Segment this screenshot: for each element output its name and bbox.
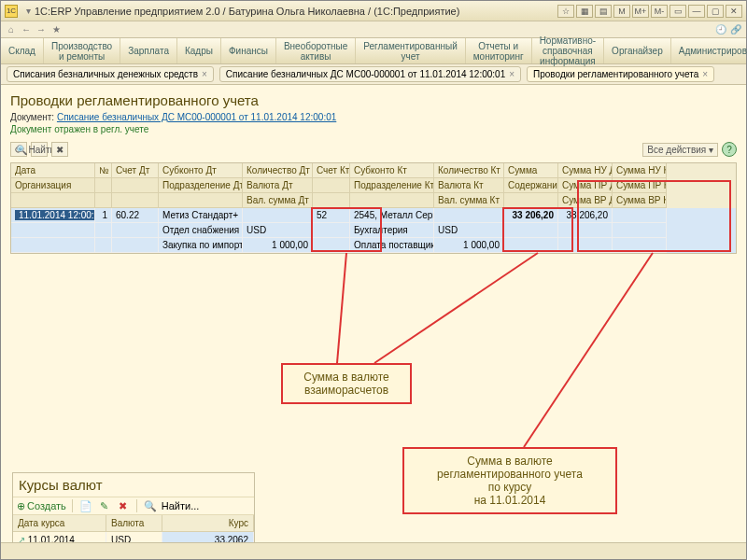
col-date[interactable]: Дата <box>11 163 95 178</box>
all-actions-menu[interactable]: Все действия ▾ <box>642 143 718 157</box>
link-icon[interactable]: 🔗 <box>729 23 742 36</box>
edit-icon[interactable]: ✎ <box>97 499 112 512</box>
rates-col-cur[interactable]: Валюта <box>106 515 162 532</box>
dropdown-icon[interactable]: ▾ <box>21 5 35 18</box>
find-button[interactable]: 🔍 Найти... <box>31 142 48 157</box>
callout-reg-sum: Сумма в валюте регламентированного учета… <box>402 447 617 514</box>
menu-kadry[interactable]: Кадры <box>177 38 221 63</box>
close-button[interactable]: ✕ <box>726 5 742 18</box>
titlebar: 1C ▾ 1С:ERP Управление предприятием 2.0 … <box>1 1 746 21</box>
rates-row[interactable]: ↗ 11.01.2014 USD 33,2062 <box>13 532 254 542</box>
history-icon[interactable]: 🕘 <box>714 23 727 36</box>
menu-proizvodstvo[interactable]: Производство и ремонты <box>44 38 120 63</box>
tab-spisaniya[interactable]: Списания безналичных денежных средств× <box>7 66 214 82</box>
document-link[interactable]: Списание безналичных ДС МС00-000001 от 1… <box>57 112 336 122</box>
menu-vneoborot[interactable]: Внеоборотные активы <box>276 38 356 63</box>
find-label[interactable]: Найти... <box>162 500 200 511</box>
forward-icon[interactable]: → <box>35 23 48 36</box>
secondary-toolbar: ⌂ ← → ★ 🕘 🔗 <box>1 21 746 38</box>
fav-icon[interactable]: ☆ <box>557 5 574 18</box>
col-dt-sub[interactable]: Субконто Дт <box>159 163 243 178</box>
m-button[interactable]: М <box>613 5 630 18</box>
menu-sklad[interactable]: Склад <box>1 38 44 63</box>
menu-admin[interactable]: Администрирование <box>671 38 747 63</box>
col-kt-sub[interactable]: Субконто Кт <box>350 163 434 178</box>
app-icon: 1C <box>5 5 18 18</box>
home-icon[interactable]: ⌂ <box>5 23 18 36</box>
content-area: Проводки регламентированного учета Докум… <box>1 85 746 542</box>
main-menu: Склад Производство и ремонты Зарплата Ка… <box>1 38 746 64</box>
calc-icon[interactable]: ▤ <box>595 5 612 18</box>
svg-line-0 <box>337 253 346 363</box>
mminus-button[interactable]: М- <box>651 5 668 18</box>
rates-col-rate[interactable]: Курс <box>162 515 254 532</box>
col-dt-qty[interactable]: Количество Дт <box>243 163 313 178</box>
currency-rates-panel: Курсы валют ⊕Создать 📄 ✎ ✖ 🔍 Найти... Да… <box>12 472 255 542</box>
rates-col-date[interactable]: Дата курса <box>13 515 106 532</box>
close-icon[interactable]: × <box>702 69 708 79</box>
col-sum-nu-dt[interactable]: Сумма НУ Дт <box>558 163 613 178</box>
window-title: 1С:ERP Управление предприятием 2.0 / Бат… <box>35 6 557 17</box>
col-sum[interactable]: Сумма <box>504 163 558 178</box>
col-kt-acc[interactable]: Счет Кт <box>313 163 350 178</box>
col-kt-qty[interactable]: Количество Кт <box>434 163 504 178</box>
delete-icon[interactable]: ✖ <box>116 499 131 512</box>
table-row[interactable]: 11.01.2014 12:00:02 1 60.22 Метиз Станда… <box>11 208 736 223</box>
menu-organizer[interactable]: Органайзер <box>604 38 671 63</box>
reflected-status: Документ отражен в регл. учете <box>10 124 737 134</box>
menu-reglament[interactable]: Регламентированный учет <box>356 38 465 63</box>
create-button[interactable]: ⊕Создать <box>17 500 66 512</box>
svg-line-2 <box>524 253 653 447</box>
callout-val-sum: Сумма в валюте взаиморасчетов <box>281 363 412 404</box>
col-num[interactable]: № <box>95 163 112 178</box>
tab-spisanie-doc[interactable]: Списание безналичных ДС МС00-000001 от 1… <box>219 66 521 82</box>
maximize-button[interactable]: ▢ <box>707 5 724 18</box>
rates-title: Курсы валют <box>13 473 254 497</box>
mplus-button[interactable]: М+ <box>632 5 649 18</box>
page-title: Проводки регламентированного учета <box>10 92 737 108</box>
close-icon[interactable]: × <box>202 69 207 79</box>
document-line: Документ: Списание безналичных ДС МС00-0… <box>10 112 737 122</box>
table-row[interactable]: Закупка по импорту 1 000,00 Оплата поста… <box>11 238 736 253</box>
entries-grid: Дата № Счет Дт Субконто Дт Количество Дт… <box>10 162 737 254</box>
svg-line-1 <box>374 253 538 363</box>
back-icon[interactable]: ← <box>20 23 33 36</box>
tool-icon[interactable]: ▦ <box>576 5 593 18</box>
menu-nsi[interactable]: Нормативно-справочная информация <box>532 38 604 63</box>
tab-provodki[interactable]: Проводки регламентированного учета× <box>527 66 714 82</box>
minimize-button[interactable]: — <box>688 5 705 18</box>
menu-finansy[interactable]: Финансы <box>221 38 276 63</box>
clear-filter-icon[interactable]: ✖ <box>51 142 68 157</box>
tab-bar: Списания безналичных денежных средств× С… <box>1 64 746 85</box>
table-row[interactable]: Отдел снабжения USD Бухгалтерия USD <box>11 223 736 238</box>
star-icon[interactable]: ★ <box>49 23 63 36</box>
col-dt-acc[interactable]: Счет Дт <box>112 163 159 178</box>
menu-zarplata[interactable]: Зарплата <box>120 38 177 63</box>
status-bar <box>1 542 746 559</box>
copy-icon[interactable]: 📄 <box>78 499 93 512</box>
find-icon[interactable]: 🔍 <box>143 499 158 512</box>
menu-otchety[interactable]: Отчеты и мониторинг <box>466 38 532 63</box>
spacer-icon: ▭ <box>669 5 686 18</box>
close-icon[interactable]: × <box>509 69 514 79</box>
col-sum-nu-kt[interactable]: Сумма НУ Кт <box>613 163 667 178</box>
help-icon[interactable]: ? <box>722 142 737 157</box>
